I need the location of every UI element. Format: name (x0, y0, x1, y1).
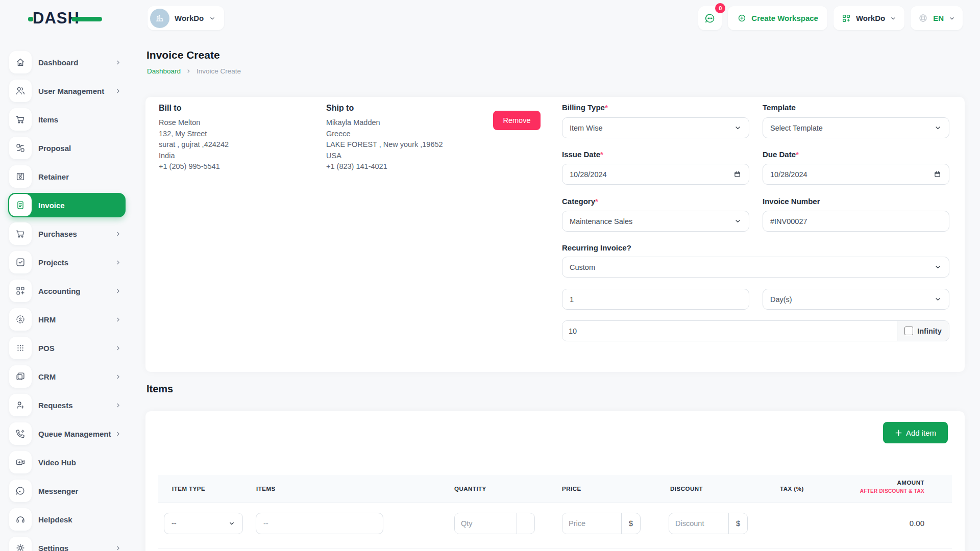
invoice-file-icon (9, 194, 32, 216)
ship-to-phone: +1 (823) 141-4021 (326, 161, 495, 172)
price-group: $ (562, 513, 641, 534)
sidebar-item-settings[interactable]: Settings (8, 536, 126, 551)
recurring-unit-select[interactable]: Day(s) (763, 289, 949, 310)
breadcrumb: Dashboard Invoice Create (147, 67, 241, 75)
create-workspace-label: Create Workspace (751, 14, 818, 22)
cart-icon (9, 222, 32, 245)
dash-logo[interactable]: DASH (33, 9, 80, 28)
chevron-down-icon (948, 15, 955, 22)
chevron-down-icon (734, 217, 742, 225)
grid-plus-icon (9, 280, 32, 302)
video-camera-icon (9, 451, 32, 473)
items-card: Add item ITEM TYPE ITEMS QUANTITY PRICE … (145, 411, 965, 551)
sidebar-item-items[interactable]: Items (8, 107, 126, 132)
col-amount: AMOUNT AFTER DISCOUNT & TAX (860, 480, 924, 494)
issue-date-label: Issue Date* (562, 150, 603, 159)
chevron-down-icon (228, 520, 235, 527)
sidebar-item-invoice[interactable]: Invoice (8, 193, 126, 217)
sidebar-item-proposal[interactable]: Proposal (8, 136, 126, 160)
col-item-type: ITEM TYPE (172, 486, 205, 492)
globe-icon (918, 13, 928, 23)
sidebar-item-pos[interactable]: POS (8, 336, 126, 360)
calendar-icon (933, 170, 942, 179)
phone-call-icon (9, 422, 32, 445)
add-item-button[interactable]: Add item (883, 422, 948, 443)
chevron-right-icon (115, 231, 121, 237)
infinity-addon: Infinity (897, 321, 949, 341)
calendar-icon (733, 170, 742, 179)
items-table-header: ITEM TYPE ITEMS QUANTITY PRICE DISCOUNT … (158, 475, 952, 503)
template-select[interactable]: Select Template (763, 117, 949, 138)
ship-to-city: LAKE FOREST , New yourk ,19652 (326, 139, 495, 151)
recurring-interval-input[interactable] (570, 295, 742, 304)
grid-plus-icon (841, 13, 851, 23)
sidebar-item-video-hub[interactable]: Video Hub (8, 450, 126, 474)
required-asterisk: * (605, 103, 608, 112)
row-amount-value: 0.00 (910, 519, 924, 528)
breadcrumb-dashboard-link[interactable]: Dashboard (147, 67, 181, 75)
recurring-count-group: Infinity (562, 320, 949, 341)
sidebar-item-helpdesk[interactable]: Helpdesk (8, 507, 126, 532)
infinity-checkbox[interactable] (904, 327, 913, 335)
sidebar-item-projects[interactable]: Projects (8, 250, 126, 274)
items-field-wrap (256, 513, 383, 534)
sidebar-item-accounting[interactable]: Accounting (8, 279, 126, 303)
quantity-addon (517, 513, 534, 534)
sidebar-item-queue-management[interactable]: Queue Management (8, 421, 126, 446)
issue-date-input[interactable]: 10/28/2024 (562, 164, 749, 185)
infinity-label: Infinity (917, 327, 942, 335)
items-input[interactable] (263, 519, 376, 528)
workdo-apps-menu[interactable]: WorkDo (834, 6, 904, 30)
chevron-right-icon (115, 345, 121, 352)
users-icon (9, 80, 32, 102)
sidebar-item-purchases[interactable]: Purchases (8, 221, 126, 246)
chevron-right-icon (115, 545, 121, 551)
sidebar-item-dashboard[interactable]: Dashboard (8, 50, 126, 74)
chevron-down-icon (890, 15, 897, 22)
bill-to-heading: Bill to (159, 104, 312, 113)
language-selector[interactable]: EN (911, 6, 963, 30)
sidebar-item-user-management[interactable]: User Management (8, 79, 126, 103)
invoice-number-field-wrap (763, 211, 949, 232)
topbar: DASH WorkDo 0 (0, 0, 980, 37)
col-quantity: QUANTITY (454, 486, 486, 492)
remove-button[interactable]: Remove (493, 111, 541, 130)
recurring-invoice-label: Recurring Invoice? (562, 243, 631, 252)
messages-button[interactable]: 0 (698, 6, 722, 30)
messages-count-badge: 0 (715, 3, 725, 13)
price-input[interactable] (562, 513, 621, 534)
invoice-number-input[interactable] (770, 217, 942, 226)
building-icon (154, 13, 165, 24)
sidebar-item-requests[interactable]: Requests (8, 393, 126, 417)
sidebar-item-crm[interactable]: CRM (8, 364, 126, 389)
page-title: Invoice Create (146, 49, 220, 61)
bill-to-street: 132, My Street (159, 129, 312, 140)
ship-to-country1: Greece (326, 129, 495, 140)
quantity-input[interactable] (455, 513, 517, 534)
category-label: Category* (562, 197, 598, 206)
recurring-type-select[interactable]: Custom (562, 257, 949, 278)
due-date-input[interactable]: 10/28/2024 (763, 164, 949, 185)
workspace-switcher[interactable]: WorkDo (148, 6, 224, 30)
sidebar-item-hrm[interactable]: HRM (8, 307, 126, 332)
workdo-menu-label: WorkDo (856, 14, 885, 22)
sidebar-item-messenger[interactable]: Messenger (8, 479, 126, 503)
ship-to-block: Ship to Mikayla Madden Greece LAKE FORES… (326, 104, 495, 172)
category-select[interactable]: Maintenance Sales (562, 211, 749, 232)
discount-input[interactable] (669, 513, 728, 534)
create-workspace-button[interactable]: Create Workspace (728, 6, 827, 30)
sidebar-item-retainer[interactable]: Retainer (8, 164, 126, 189)
chat-bubble-icon (704, 12, 716, 24)
item-type-select[interactable]: -- (164, 513, 243, 534)
recurring-count-input[interactable] (562, 321, 897, 341)
col-discount: DISCOUNT (670, 486, 703, 492)
gear-icon (9, 537, 32, 551)
price-currency-addon: $ (621, 513, 640, 534)
col-tax: TAX (%) (780, 486, 804, 492)
col-amount-subtitle: AFTER DISCOUNT & TAX (860, 488, 924, 494)
billing-type-select[interactable]: Item Wise (562, 117, 749, 138)
invoice-number-label: Invoice Number (763, 197, 820, 206)
cart-icon (9, 108, 32, 131)
items-section-heading: Items (146, 383, 173, 395)
billing-type-label: Billing Type* (562, 103, 608, 112)
